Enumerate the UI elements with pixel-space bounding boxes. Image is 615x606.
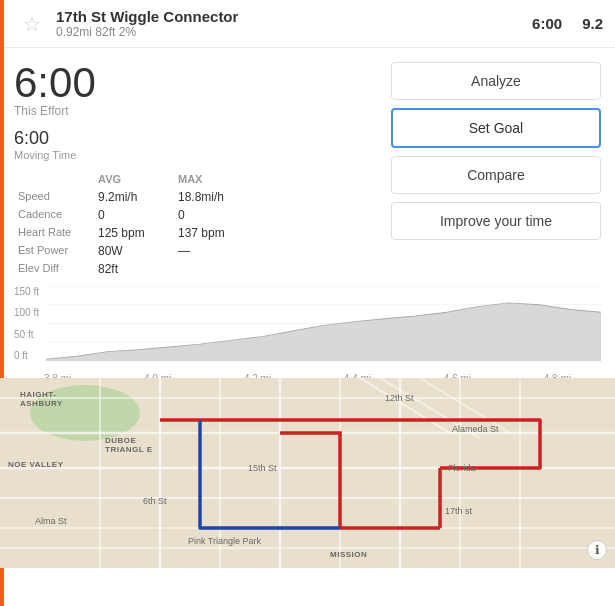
stat-row-cadence: Cadence 0 0 xyxy=(14,206,379,224)
stat-max-cadence: 0 xyxy=(178,208,258,222)
moving-time-label: Moving Time xyxy=(14,149,379,161)
stat-max-power: — xyxy=(178,244,258,258)
stat-label-cadence: Cadence xyxy=(18,208,98,222)
stats-table: AVG MAX Speed 9.2mi/h 18.8mi/h Cadence 0… xyxy=(14,173,379,278)
compare-button[interactable]: Compare xyxy=(391,156,601,194)
stats-header: AVG MAX xyxy=(14,173,379,185)
map-label-haight: HAIGHT-ASHBURY xyxy=(20,390,63,408)
chart-container: 150 ft 100 ft 50 ft 0 ft xyxy=(14,286,601,371)
stat-max-speed: 18.8mi/h xyxy=(178,190,258,204)
improve-time-button[interactable]: Improve your time xyxy=(391,202,601,240)
stat-avg-cadence: 0 xyxy=(98,208,178,222)
stat-row-speed: Speed 9.2mi/h 18.8mi/h xyxy=(14,188,379,206)
map-label-florida: Florida xyxy=(448,463,476,473)
elevation-chart-section: 150 ft 100 ft 50 ft 0 ft 3.8 mi 4.0 mi xyxy=(0,278,615,378)
stat-max-elev xyxy=(178,262,258,276)
stat-row-heartrate: Heart Rate 125 bpm 137 bpm xyxy=(14,224,379,242)
stat-col-label xyxy=(18,173,98,185)
left-panel: 6:00 This Effort 6:00 Moving Time AVG MA… xyxy=(14,62,379,278)
map-label-12th: 12th St xyxy=(385,393,414,403)
stat-max-heartrate: 137 bpm xyxy=(178,226,258,240)
stat-label-speed: Speed xyxy=(18,190,98,204)
moving-time-block: 6:00 Moving Time xyxy=(14,128,379,161)
map-label-15th: 15th St xyxy=(248,463,277,473)
header-stats: 6:00 9.2 xyxy=(532,15,603,32)
y-axis-labels: 150 ft 100 ft 50 ft 0 ft xyxy=(14,286,46,361)
route-title: 17th St Wiggle Connector xyxy=(56,8,532,25)
effort-label: This Effort xyxy=(14,104,379,118)
map-label-pink-triangle: Pink Triangle Park xyxy=(188,536,261,546)
map-label-noe: NOE VALLEY xyxy=(8,460,64,469)
map-label-duboe: DUBOETRIANGL E xyxy=(105,436,152,454)
map-label-17th: 17th st xyxy=(445,506,472,516)
map-svg xyxy=(0,378,615,568)
moving-time-value: 6:00 xyxy=(14,128,379,149)
route-subtitle: 0.92mi 82ft 2% xyxy=(56,25,532,39)
header-time: 6:00 xyxy=(532,15,562,32)
header-speed: 9.2 xyxy=(582,15,603,32)
header-title-block: 17th St Wiggle Connector 0.92mi 82ft 2% xyxy=(56,8,532,39)
stat-avg-speed: 9.2mi/h xyxy=(98,190,178,204)
map-label-mission: MISSION xyxy=(330,550,367,559)
map-label-6th: 6th St xyxy=(143,496,167,506)
map-section: HAIGHT-ASHBURY DUBOETRIANGL E NOE VALLEY… xyxy=(0,378,615,568)
stat-label-heartrate: Heart Rate xyxy=(18,226,98,240)
stat-label-power: Est Power xyxy=(18,244,98,258)
main-content: 6:00 This Effort 6:00 Moving Time AVG MA… xyxy=(0,48,615,278)
stat-row-power: Est Power 80W — xyxy=(14,242,379,260)
header: ☆ 17th St Wiggle Connector 0.92mi 82ft 2… xyxy=(0,0,615,48)
map-label-alameda: Alameda St xyxy=(452,424,499,434)
map-label-alma: Alma St xyxy=(35,516,67,526)
stat-col-avg: AVG xyxy=(98,173,178,185)
stat-col-max: MAX xyxy=(178,173,258,185)
set-goal-button[interactable]: Set Goal xyxy=(391,108,601,148)
stat-row-elev: Elev Diff 82ft xyxy=(14,260,379,278)
info-icon[interactable]: ℹ xyxy=(587,540,607,560)
analyze-button[interactable]: Analyze xyxy=(391,62,601,100)
y-label-0: 0 ft xyxy=(14,350,46,361)
favorite-star-icon[interactable]: ☆ xyxy=(18,10,46,38)
y-label-50: 50 ft xyxy=(14,329,46,340)
y-label-100: 100 ft xyxy=(14,307,46,318)
stat-avg-heartrate: 125 bpm xyxy=(98,226,178,240)
stat-avg-elev: 82ft xyxy=(98,262,178,276)
elevation-svg xyxy=(46,286,601,361)
effort-time: 6:00 xyxy=(14,62,379,104)
y-label-150: 150 ft xyxy=(14,286,46,297)
right-panel: Analyze Set Goal Compare Improve your ti… xyxy=(391,62,601,278)
stat-avg-power: 80W xyxy=(98,244,178,258)
stat-label-elev: Elev Diff xyxy=(18,262,98,276)
